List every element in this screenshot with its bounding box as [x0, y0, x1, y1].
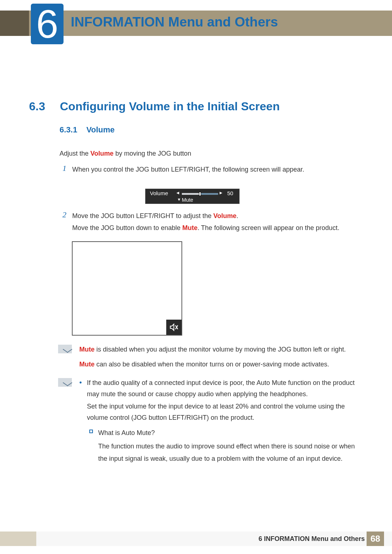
- step-1-number: 1: [59, 164, 66, 173]
- note1-line2-rest: can also be disabled when the monitor tu…: [94, 361, 329, 368]
- step-2b-bold: Mute: [182, 224, 197, 231]
- note1-line1-rest: is disabled when you adjust the monitor …: [94, 346, 346, 353]
- sub-bullet-icon: [89, 430, 93, 433]
- chapter-number-badge: 6: [31, 4, 64, 44]
- chapter-title: INFORMATION Menu and Others: [71, 15, 278, 30]
- intro-text: Adjust the Volume by moving the JOG butt…: [60, 150, 191, 157]
- footer-left-stripe: [0, 532, 36, 546]
- note2-sub-q: What is Auto Mute?: [98, 427, 355, 439]
- footer-chapter-num: 6: [258, 535, 262, 542]
- intro-prefix: Adjust the: [60, 150, 90, 157]
- step-2a-suffix: .: [237, 212, 238, 219]
- osd-mute-label: Mute: [182, 197, 193, 203]
- note1-line2: Mute can also be disabled when the monit…: [79, 359, 355, 370]
- note2-sub-bullet: What is Auto Mute? The function mutes th…: [89, 427, 355, 465]
- product-screen-illustration: [72, 241, 182, 336]
- subsection-title: Volume: [86, 125, 115, 135]
- step-1-text: When you control the JOG button LEFT/RIG…: [72, 166, 304, 173]
- note1-line2-bold: Mute: [79, 361, 94, 368]
- osd-volume-value: 50: [227, 190, 233, 196]
- step-2b-text: Move the JOG button down to enable Mute.…: [72, 224, 339, 232]
- footer-text: 6 INFORMATION Menu and Others: [258, 535, 365, 543]
- osd-arrow-left-icon: ◂: [176, 189, 179, 196]
- step-2a-text: Move the JOG button LEFT/RIGHT to adjust…: [72, 212, 238, 220]
- step-2b-suffix: . The following screen will appear on th…: [197, 224, 339, 231]
- step-2a-bold: Volume: [213, 212, 237, 219]
- osd-arrow-right-icon: ▸: [220, 189, 222, 196]
- note2-bullet-1: • If the audio quality of a connected in…: [79, 377, 355, 423]
- step-2b-prefix: Move the JOG button down to enable: [72, 224, 182, 231]
- bullet-dot-icon: •: [79, 377, 82, 423]
- osd-volume-label: Volume: [150, 190, 168, 196]
- note2-b1a: If the audio quality of a connected inpu…: [87, 377, 355, 399]
- osd-slider-handle: [199, 192, 201, 196]
- osd-mute-arrow-icon: ▾: [178, 197, 180, 202]
- intro-suffix: by moving the JOG button: [114, 150, 191, 157]
- step-2a-prefix: Move the JOG button LEFT/RIGHT to adjust…: [72, 212, 213, 219]
- osd-slider-fill: [182, 193, 200, 195]
- note2-b1b: Set the input volume for the input devic…: [87, 401, 355, 423]
- footer-chapter-title: INFORMATION Menu and Others: [264, 535, 365, 542]
- note-block-2: • If the audio quality of a connected in…: [58, 377, 359, 465]
- footer-page-number: 68: [367, 532, 384, 546]
- note-icon: [58, 378, 72, 387]
- volume-osd: Volume ◂ ▸ 50 ▾ Mute: [145, 189, 240, 204]
- section-title: Configuring Volume in the Initial Screen: [60, 100, 280, 113]
- step-2-number: 2: [59, 210, 66, 219]
- mute-icon: [166, 320, 181, 335]
- note-icon: [58, 345, 72, 353]
- note1-line1-bold: Mute: [79, 346, 94, 353]
- section-number: 6.3: [29, 100, 45, 113]
- note1-line1: Mute is disabled when you adjust the mon…: [79, 344, 355, 355]
- header-left-stripe: [0, 11, 29, 36]
- note-block-1: Mute is disabled when you adjust the mon…: [58, 344, 359, 370]
- subsection-number: 6.3.1: [60, 125, 77, 135]
- intro-bold: Volume: [90, 150, 114, 157]
- note2-sub-a: The function mutes the audio to improve …: [98, 440, 355, 465]
